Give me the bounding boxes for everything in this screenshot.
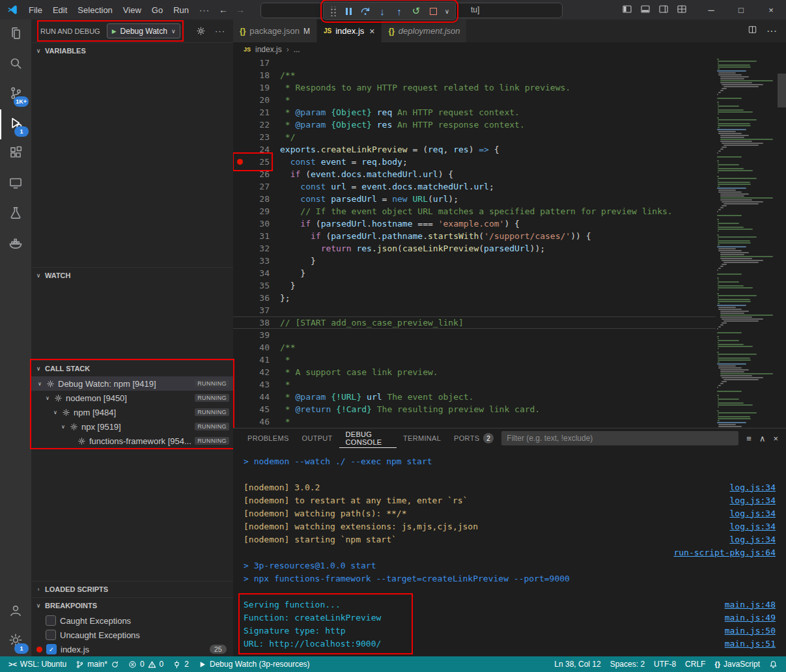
line-number-gutter[interactable]: 20: [236, 94, 270, 106]
code-line-text[interactable]: *: [280, 417, 290, 427]
line-number-gutter[interactable]: 30: [236, 217, 270, 230]
status-problems[interactable]: 00: [124, 656, 168, 672]
call-stack-session[interactable]: functions-framework [954...RUNNING: [31, 434, 233, 448]
line-number-gutter[interactable]: 28: [236, 193, 270, 205]
editor-more-actions[interactable]: ···: [766, 25, 777, 37]
line-number-gutter[interactable]: 35: [236, 279, 270, 292]
code-line-text[interactable]: * A support case link preview.: [280, 367, 438, 377]
code-line-text[interactable]: *: [280, 380, 290, 389]
code-line-text[interactable]: exports.createLinkPreview = (req, res) =…: [280, 145, 499, 154]
breakpoint-checkbox[interactable]: [46, 630, 56, 640]
breakpoint-checkbox[interactable]: ✓: [46, 644, 57, 654]
minimap[interactable]: [717, 57, 777, 428]
tab-package.json[interactable]: {}package.jsonM: [233, 20, 317, 42]
debug-toolbar-dropdown[interactable]: ∨: [442, 4, 452, 18]
status-indentation[interactable]: Spaces: 2: [606, 656, 649, 672]
activity-remote-explorer[interactable]: [0, 169, 31, 199]
line-number-gutter[interactable]: 39: [236, 329, 270, 341]
source-link[interactable]: main.js:51: [725, 639, 776, 649]
activity-extensions[interactable]: [0, 139, 31, 169]
line-number-gutter[interactable]: 42: [236, 366, 270, 378]
tab-index.js[interactable]: JSindex.js×: [317, 20, 382, 42]
source-link[interactable]: main.js:50: [725, 626, 776, 636]
activity-search[interactable]: [0, 49, 31, 79]
code-line-text[interactable]: * @param {Object} req An HTTP request co…: [280, 107, 520, 117]
line-number-gutter[interactable]: 41: [236, 354, 270, 366]
menu-file[interactable]: File: [23, 3, 48, 17]
minimize-button[interactable]: ─: [696, 0, 726, 20]
status-git-branch[interactable]: main*: [71, 656, 124, 672]
back-button[interactable]: ←: [215, 5, 232, 15]
code-line-text[interactable]: }: [280, 281, 295, 290]
toggle-panel-icon[interactable]: [640, 4, 651, 16]
toggle-secondary-sidebar-icon[interactable]: [658, 4, 669, 16]
step-into-button[interactable]: ↓: [374, 4, 390, 18]
line-number-gutter[interactable]: 44: [236, 391, 270, 403]
tab-deployment.json[interactable]: {}deployment.json: [382, 20, 467, 42]
restart-button[interactable]: ↺: [408, 4, 424, 18]
code-line-text[interactable]: *: [280, 95, 290, 105]
panel-tab-ports[interactable]: PORTS2: [447, 428, 500, 448]
line-number-gutter[interactable]: 24: [236, 143, 270, 156]
status-remote-indicator[interactable]: ><WSL: Ubuntu: [4, 656, 71, 672]
section-variables[interactable]: ∨VARIABLES: [31, 42, 233, 59]
source-link[interactable]: log.js:34: [730, 535, 776, 544]
line-number-gutter[interactable]: 17: [236, 57, 270, 69]
line-number-gutter[interactable]: 40: [236, 341, 270, 354]
panel-tab-debug-console[interactable]: DEBUG CONSOLE: [339, 428, 397, 448]
line-number-gutter[interactable]: 27: [236, 180, 270, 193]
source-link[interactable]: log.js:34: [730, 522, 776, 531]
call-stack-session[interactable]: ∨nodemon [9450]RUNNING: [31, 391, 233, 405]
status-eol[interactable]: CRLF: [681, 656, 710, 672]
panel-tab-problems[interactable]: PROBLEMS: [241, 428, 296, 448]
stop-button[interactable]: [425, 4, 441, 18]
call-stack-session[interactable]: ∨Debug Watch: npm [9419]RUNNING: [31, 376, 233, 391]
split-editor-icon[interactable]: [748, 25, 757, 37]
customize-layout-icon[interactable]: [677, 4, 687, 16]
code-line-text[interactable]: return res.json(caseLinkPreview(parsedUr…: [280, 244, 545, 253]
code-line-text[interactable]: // If the event object URL matches a spe…: [280, 206, 673, 216]
code-line-text[interactable]: if (parsedUrl.pathname.startsWith('/supp…: [280, 231, 591, 241]
drag-handle-icon[interactable]: [330, 7, 337, 16]
tab-close-button[interactable]: ×: [369, 26, 374, 36]
activity-testing[interactable]: [0, 199, 31, 229]
source-link[interactable]: main.js:48: [725, 600, 776, 609]
breadcrumb[interactable]: JS index.js › ...: [233, 42, 786, 57]
code-line-text[interactable]: /**: [280, 70, 295, 80]
close-panel-icon[interactable]: ×: [773, 434, 778, 443]
line-number-gutter[interactable]: 26: [236, 168, 270, 180]
menu-go[interactable]: Go: [147, 3, 168, 17]
menu-run[interactable]: Run: [168, 3, 194, 17]
status-notifications[interactable]: [765, 656, 782, 672]
pause-button[interactable]: [341, 4, 356, 18]
forward-button[interactable]: →: [232, 5, 249, 15]
call-stack-session[interactable]: ∨npm [9484]RUNNING: [31, 405, 233, 419]
status-debug-session[interactable]: Debug Watch (3p-resources): [193, 656, 315, 672]
breadcrumb-more[interactable]: ...: [294, 45, 300, 54]
line-number-gutter[interactable]: 22: [236, 119, 270, 131]
code-line-text[interactable]: * @param {Object} res An HTTP response c…: [280, 120, 525, 130]
line-number-gutter[interactable]: 34: [236, 267, 270, 279]
code-line-text[interactable]: // [START add_ons_case_preview_link]: [280, 318, 464, 328]
section-call-stack[interactable]: ∨CALL STACK: [31, 360, 233, 376]
step-over-button[interactable]: [358, 4, 373, 18]
breakpoint-gutter[interactable]: 25: [236, 156, 270, 168]
sidebar-more-actions[interactable]: ···: [212, 26, 228, 36]
code-line-text[interactable]: const event = req.body;: [280, 157, 408, 167]
debug-settings-gear-icon[interactable]: [196, 26, 206, 36]
breakpoint-row[interactable]: Caught Exceptions: [31, 613, 233, 628]
menu-view[interactable]: View: [118, 3, 147, 17]
line-number-gutter[interactable]: 31: [236, 230, 270, 242]
section-breakpoints[interactable]: ∨BREAKPOINTS: [31, 597, 233, 613]
panel-tab-output[interactable]: OUTPUT: [296, 428, 339, 448]
line-number-gutter[interactable]: 38: [236, 316, 270, 329]
activity-run-and-debug[interactable]: 1: [0, 109, 31, 139]
code-line-text[interactable]: }: [280, 256, 316, 266]
code-line-text[interactable]: /**: [280, 343, 295, 352]
line-number-gutter[interactable]: 18: [236, 69, 270, 81]
code-line-text[interactable]: const url = event.docs.matchedUrl.url;: [280, 182, 494, 191]
section-watch[interactable]: ∨WATCH: [31, 267, 233, 283]
code-line-text[interactable]: *: [280, 355, 290, 365]
maximize-panel-icon[interactable]: ∧: [759, 434, 766, 443]
console-menu-icon[interactable]: ≡: [746, 434, 751, 443]
